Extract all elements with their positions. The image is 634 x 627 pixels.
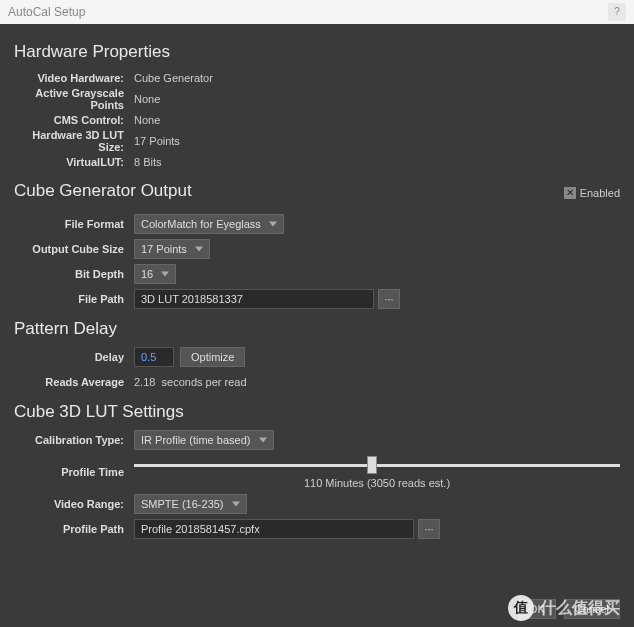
- check-icon: ✕: [564, 187, 576, 199]
- hw-label: Hardware 3D LUT Size:: [14, 129, 134, 153]
- file-path-input[interactable]: [134, 289, 374, 309]
- file-path-label: File Path: [14, 293, 134, 305]
- hardware-heading: Hardware Properties: [14, 42, 620, 62]
- hw-value: None: [134, 93, 160, 105]
- hw-row-lut-size: Hardware 3D LUT Size: 17 Points: [14, 129, 620, 153]
- output-heading: Cube Generator Output: [14, 181, 192, 201]
- optimize-button[interactable]: Optimize: [180, 347, 245, 367]
- profile-time-slider[interactable]: [134, 455, 620, 475]
- help-button[interactable]: ?: [608, 3, 626, 21]
- hw-value: 17 Points: [134, 135, 180, 147]
- cube-size-select[interactable]: 17 Points: [134, 239, 210, 259]
- delay-input[interactable]: [134, 347, 174, 367]
- profile-time-label: Profile Time: [14, 466, 134, 478]
- hw-label: Video Hardware:: [14, 72, 134, 84]
- profile-time-caption: 110 Minutes (3050 reads est.): [134, 477, 620, 489]
- profile-path-label: Profile Path: [14, 523, 134, 535]
- footer: OK Cancel: [0, 591, 634, 627]
- titlebar: AutoCal Setup ?: [0, 0, 634, 24]
- hw-value: 8 Bits: [134, 156, 162, 168]
- cube3d-heading: Cube 3D LUT Settings: [14, 402, 620, 422]
- hw-row-grayscale: Active Grayscale Points None: [14, 87, 620, 111]
- bit-depth-label: Bit Depth: [14, 268, 134, 280]
- pattern-heading: Pattern Delay: [14, 319, 620, 339]
- ok-button[interactable]: OK: [518, 599, 556, 619]
- bit-depth-select[interactable]: 16: [134, 264, 176, 284]
- delay-label: Delay: [14, 351, 134, 363]
- reads-avg-label: Reads Average: [14, 376, 134, 388]
- enabled-checkbox[interactable]: ✕ Enabled: [564, 187, 620, 199]
- hw-label: Active Grayscale Points: [14, 87, 134, 111]
- file-format-label: File Format: [14, 218, 134, 230]
- reads-avg-value: 2.18 seconds per read: [134, 376, 247, 388]
- hw-row-virtual-lut: VirtualLUT: 8 Bits: [14, 154, 620, 170]
- hw-label: VirtualLUT:: [14, 156, 134, 168]
- profile-path-browse-button[interactable]: ···: [418, 519, 440, 539]
- cube-size-label: Output Cube Size: [14, 243, 134, 255]
- video-range-label: Video Range:: [14, 498, 134, 510]
- profile-path-input[interactable]: [134, 519, 414, 539]
- window-title: AutoCal Setup: [8, 0, 85, 24]
- hw-label: CMS Control:: [14, 114, 134, 126]
- hw-value: None: [134, 114, 160, 126]
- hw-row-cms: CMS Control: None: [14, 112, 620, 128]
- hw-row-video: Video Hardware: Cube Generator: [14, 70, 620, 86]
- file-format-select[interactable]: ColorMatch for Eyeglass: [134, 214, 284, 234]
- hw-value: Cube Generator: [134, 72, 213, 84]
- cancel-button[interactable]: Cancel: [564, 599, 620, 619]
- video-range-select[interactable]: SMPTE (16-235): [134, 494, 247, 514]
- file-path-browse-button[interactable]: ···: [378, 289, 400, 309]
- calibration-select[interactable]: IR Profile (time based): [134, 430, 274, 450]
- calibration-label: Calibration Type:: [14, 434, 134, 446]
- enabled-label: Enabled: [580, 187, 620, 199]
- slider-thumb[interactable]: [367, 456, 377, 474]
